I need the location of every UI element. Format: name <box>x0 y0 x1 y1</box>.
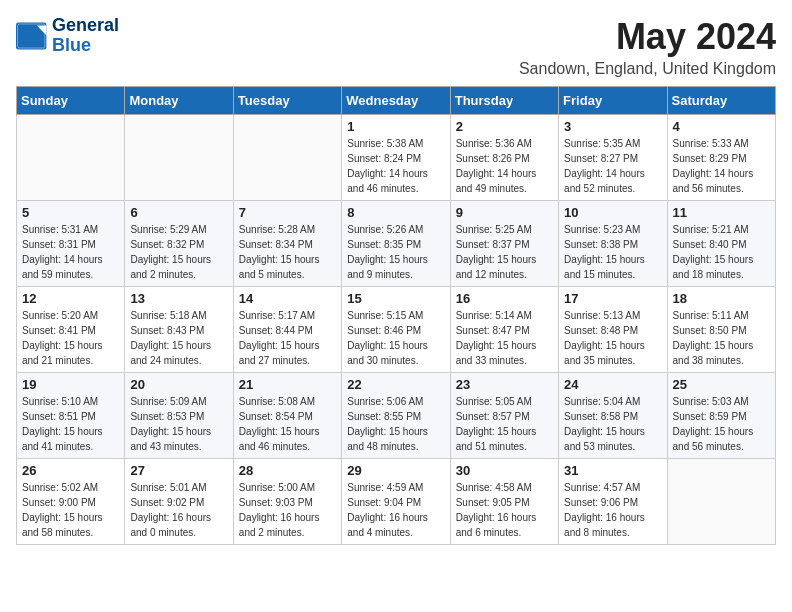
calendar-cell: 24Sunrise: 5:04 AM Sunset: 8:58 PM Dayli… <box>559 373 667 459</box>
day-info: Sunrise: 5:10 AM Sunset: 8:51 PM Dayligh… <box>22 394 119 454</box>
calendar-table: SundayMondayTuesdayWednesdayThursdayFrid… <box>16 86 776 545</box>
day-info: Sunrise: 5:06 AM Sunset: 8:55 PM Dayligh… <box>347 394 444 454</box>
day-number: 29 <box>347 463 444 478</box>
calendar-cell: 20Sunrise: 5:09 AM Sunset: 8:53 PM Dayli… <box>125 373 233 459</box>
calendar-cell: 10Sunrise: 5:23 AM Sunset: 8:38 PM Dayli… <box>559 201 667 287</box>
day-info: Sunrise: 5:05 AM Sunset: 8:57 PM Dayligh… <box>456 394 553 454</box>
day-info: Sunrise: 5:03 AM Sunset: 8:59 PM Dayligh… <box>673 394 770 454</box>
day-info: Sunrise: 5:08 AM Sunset: 8:54 PM Dayligh… <box>239 394 336 454</box>
weekday-header-friday: Friday <box>559 87 667 115</box>
day-number: 17 <box>564 291 661 306</box>
weekday-header-sunday: Sunday <box>17 87 125 115</box>
day-number: 19 <box>22 377 119 392</box>
day-number: 10 <box>564 205 661 220</box>
calendar-cell <box>233 115 341 201</box>
day-info: Sunrise: 5:21 AM Sunset: 8:40 PM Dayligh… <box>673 222 770 282</box>
day-info: Sunrise: 5:00 AM Sunset: 9:03 PM Dayligh… <box>239 480 336 540</box>
day-info: Sunrise: 5:29 AM Sunset: 8:32 PM Dayligh… <box>130 222 227 282</box>
calendar-cell: 23Sunrise: 5:05 AM Sunset: 8:57 PM Dayli… <box>450 373 558 459</box>
calendar-cell: 27Sunrise: 5:01 AM Sunset: 9:02 PM Dayli… <box>125 459 233 545</box>
day-number: 4 <box>673 119 770 134</box>
calendar-cell: 28Sunrise: 5:00 AM Sunset: 9:03 PM Dayli… <box>233 459 341 545</box>
calendar-cell: 7Sunrise: 5:28 AM Sunset: 8:34 PM Daylig… <box>233 201 341 287</box>
day-number: 21 <box>239 377 336 392</box>
day-number: 7 <box>239 205 336 220</box>
day-info: Sunrise: 5:11 AM Sunset: 8:50 PM Dayligh… <box>673 308 770 368</box>
page-header: General Blue May 2024 Sandown, England, … <box>16 16 776 78</box>
day-info: Sunrise: 4:59 AM Sunset: 9:04 PM Dayligh… <box>347 480 444 540</box>
day-number: 23 <box>456 377 553 392</box>
day-info: Sunrise: 5:15 AM Sunset: 8:46 PM Dayligh… <box>347 308 444 368</box>
calendar-cell <box>17 115 125 201</box>
day-number: 8 <box>347 205 444 220</box>
day-number: 31 <box>564 463 661 478</box>
calendar-cell: 29Sunrise: 4:59 AM Sunset: 9:04 PM Dayli… <box>342 459 450 545</box>
calendar-cell: 22Sunrise: 5:06 AM Sunset: 8:55 PM Dayli… <box>342 373 450 459</box>
logo-icon <box>16 22 48 50</box>
calendar-cell <box>667 459 775 545</box>
day-number: 20 <box>130 377 227 392</box>
day-info: Sunrise: 5:31 AM Sunset: 8:31 PM Dayligh… <box>22 222 119 282</box>
calendar-cell: 30Sunrise: 4:58 AM Sunset: 9:05 PM Dayli… <box>450 459 558 545</box>
logo-text: General Blue <box>52 16 119 56</box>
calendar-header-row: SundayMondayTuesdayWednesdayThursdayFrid… <box>17 87 776 115</box>
weekday-header-monday: Monday <box>125 87 233 115</box>
calendar-cell: 6Sunrise: 5:29 AM Sunset: 8:32 PM Daylig… <box>125 201 233 287</box>
day-number: 22 <box>347 377 444 392</box>
day-number: 16 <box>456 291 553 306</box>
day-number: 11 <box>673 205 770 220</box>
day-info: Sunrise: 5:33 AM Sunset: 8:29 PM Dayligh… <box>673 136 770 196</box>
day-info: Sunrise: 5:26 AM Sunset: 8:35 PM Dayligh… <box>347 222 444 282</box>
day-number: 26 <box>22 463 119 478</box>
day-info: Sunrise: 5:35 AM Sunset: 8:27 PM Dayligh… <box>564 136 661 196</box>
day-number: 27 <box>130 463 227 478</box>
day-number: 3 <box>564 119 661 134</box>
calendar-cell: 11Sunrise: 5:21 AM Sunset: 8:40 PM Dayli… <box>667 201 775 287</box>
day-info: Sunrise: 5:02 AM Sunset: 9:00 PM Dayligh… <box>22 480 119 540</box>
day-number: 12 <box>22 291 119 306</box>
weekday-header-wednesday: Wednesday <box>342 87 450 115</box>
day-number: 25 <box>673 377 770 392</box>
day-info: Sunrise: 5:09 AM Sunset: 8:53 PM Dayligh… <box>130 394 227 454</box>
day-info: Sunrise: 5:17 AM Sunset: 8:44 PM Dayligh… <box>239 308 336 368</box>
calendar-cell: 15Sunrise: 5:15 AM Sunset: 8:46 PM Dayli… <box>342 287 450 373</box>
weekday-header-tuesday: Tuesday <box>233 87 341 115</box>
location-subtitle: Sandown, England, United Kingdom <box>519 60 776 78</box>
calendar-cell: 16Sunrise: 5:14 AM Sunset: 8:47 PM Dayli… <box>450 287 558 373</box>
day-number: 6 <box>130 205 227 220</box>
day-info: Sunrise: 5:28 AM Sunset: 8:34 PM Dayligh… <box>239 222 336 282</box>
calendar-cell: 17Sunrise: 5:13 AM Sunset: 8:48 PM Dayli… <box>559 287 667 373</box>
calendar-cell: 21Sunrise: 5:08 AM Sunset: 8:54 PM Dayli… <box>233 373 341 459</box>
calendar-cell <box>125 115 233 201</box>
logo: General Blue <box>16 16 119 56</box>
weekday-header-saturday: Saturday <box>667 87 775 115</box>
calendar-cell: 1Sunrise: 5:38 AM Sunset: 8:24 PM Daylig… <box>342 115 450 201</box>
month-title: May 2024 <box>519 16 776 58</box>
day-number: 18 <box>673 291 770 306</box>
calendar-cell: 2Sunrise: 5:36 AM Sunset: 8:26 PM Daylig… <box>450 115 558 201</box>
calendar-cell: 19Sunrise: 5:10 AM Sunset: 8:51 PM Dayli… <box>17 373 125 459</box>
day-number: 2 <box>456 119 553 134</box>
calendar-cell: 25Sunrise: 5:03 AM Sunset: 8:59 PM Dayli… <box>667 373 775 459</box>
day-info: Sunrise: 5:01 AM Sunset: 9:02 PM Dayligh… <box>130 480 227 540</box>
calendar-week-row: 5Sunrise: 5:31 AM Sunset: 8:31 PM Daylig… <box>17 201 776 287</box>
calendar-week-row: 19Sunrise: 5:10 AM Sunset: 8:51 PM Dayli… <box>17 373 776 459</box>
calendar-week-row: 12Sunrise: 5:20 AM Sunset: 8:41 PM Dayli… <box>17 287 776 373</box>
weekday-header-thursday: Thursday <box>450 87 558 115</box>
calendar-cell: 4Sunrise: 5:33 AM Sunset: 8:29 PM Daylig… <box>667 115 775 201</box>
day-info: Sunrise: 5:18 AM Sunset: 8:43 PM Dayligh… <box>130 308 227 368</box>
calendar-cell: 3Sunrise: 5:35 AM Sunset: 8:27 PM Daylig… <box>559 115 667 201</box>
title-area: May 2024 Sandown, England, United Kingdo… <box>519 16 776 78</box>
day-info: Sunrise: 5:13 AM Sunset: 8:48 PM Dayligh… <box>564 308 661 368</box>
day-number: 24 <box>564 377 661 392</box>
calendar-cell: 8Sunrise: 5:26 AM Sunset: 8:35 PM Daylig… <box>342 201 450 287</box>
day-info: Sunrise: 5:04 AM Sunset: 8:58 PM Dayligh… <box>564 394 661 454</box>
day-info: Sunrise: 4:58 AM Sunset: 9:05 PM Dayligh… <box>456 480 553 540</box>
day-info: Sunrise: 4:57 AM Sunset: 9:06 PM Dayligh… <box>564 480 661 540</box>
day-info: Sunrise: 5:14 AM Sunset: 8:47 PM Dayligh… <box>456 308 553 368</box>
day-info: Sunrise: 5:25 AM Sunset: 8:37 PM Dayligh… <box>456 222 553 282</box>
day-number: 14 <box>239 291 336 306</box>
calendar-week-row: 1Sunrise: 5:38 AM Sunset: 8:24 PM Daylig… <box>17 115 776 201</box>
day-info: Sunrise: 5:36 AM Sunset: 8:26 PM Dayligh… <box>456 136 553 196</box>
calendar-cell: 9Sunrise: 5:25 AM Sunset: 8:37 PM Daylig… <box>450 201 558 287</box>
